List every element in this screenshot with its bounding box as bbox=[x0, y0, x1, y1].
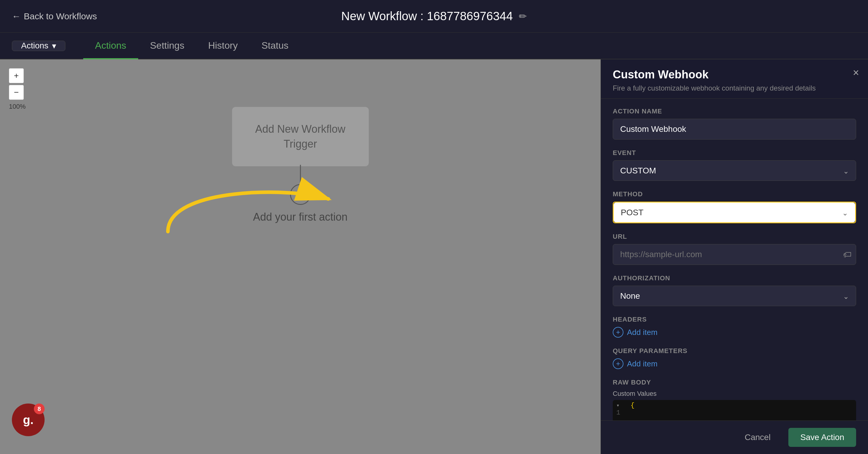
event-select[interactable]: CUSTOM CONTACT_CREATED CONTACT_UPDATED bbox=[613, 160, 856, 181]
back-arrow-icon: ← bbox=[12, 11, 21, 21]
tab-actions[interactable]: Actions bbox=[83, 33, 138, 59]
expand-arrow-1: ▾ bbox=[616, 402, 620, 409]
authorization-select-wrapper: None Basic Auth Bearer Token bbox=[613, 286, 856, 306]
right-panel: Custom Webhook Fire a fully customizable… bbox=[600, 59, 868, 454]
tab-settings[interactable]: Settings bbox=[138, 33, 196, 59]
avatar-initials: g. bbox=[23, 413, 34, 427]
method-select-wrapper: GET POST PUT PATCH DELETE bbox=[613, 202, 856, 223]
top-bar: ← Back to Workflows New Workflow : 16877… bbox=[0, 0, 868, 33]
action-name-field: ACTION NAME bbox=[613, 107, 856, 139]
avatar[interactable]: g. 8 bbox=[12, 403, 44, 436]
raw-body-label: RAW BODY bbox=[613, 379, 856, 386]
headers-add-icon: + bbox=[613, 327, 623, 337]
query-params-field: QUERY PARAMETERS + Add item bbox=[613, 347, 856, 369]
zoom-level: 100% bbox=[9, 103, 26, 110]
raw-body-field: RAW BODY Custom Values ▾ 1 { 2 "id": "{{… bbox=[613, 379, 856, 420]
tab-history[interactable]: History bbox=[196, 33, 250, 59]
code-editor[interactable]: ▾ 1 { 2 "id": "{{contact.id}}", 3 bbox=[613, 400, 856, 420]
workflow-canvas: + − 100% Add New WorkflowTrigger + Add y… bbox=[0, 59, 600, 454]
zoom-out-button[interactable]: − bbox=[9, 85, 24, 100]
method-select[interactable]: GET POST PUT PATCH DELETE bbox=[614, 202, 855, 222]
add-action-button[interactable]: + bbox=[290, 184, 311, 205]
code-line-1: ▾ 1 { bbox=[613, 400, 856, 418]
close-button[interactable]: × bbox=[853, 66, 859, 79]
panel-subtitle: Fire a fully customizable webhook contai… bbox=[613, 84, 856, 92]
query-params-label: QUERY PARAMETERS bbox=[613, 347, 856, 355]
action-name-label: ACTION NAME bbox=[613, 107, 856, 115]
method-field: METHOD GET POST PUT PATCH DELETE bbox=[613, 190, 856, 223]
tab-status[interactable]: Status bbox=[250, 33, 301, 59]
url-input[interactable] bbox=[613, 244, 856, 265]
action-name-input[interactable] bbox=[613, 119, 856, 139]
authorization-label: AUTHORIZATION bbox=[613, 274, 856, 282]
custom-values-label: Custom Values bbox=[613, 390, 856, 397]
event-label: EVENT bbox=[613, 149, 856, 157]
panel-footer: Cancel Save Action bbox=[601, 420, 868, 454]
panel-header: Custom Webhook Fire a fully customizable… bbox=[601, 59, 868, 99]
cancel-button[interactable]: Cancel bbox=[734, 428, 781, 447]
authorization-select[interactable]: None Basic Auth Bearer Token bbox=[613, 286, 856, 306]
avatar-badge: 8 bbox=[34, 403, 44, 414]
trigger-box-label: Add New WorkflowTrigger bbox=[255, 122, 345, 152]
zoom-in-button[interactable]: + bbox=[9, 68, 24, 83]
url-field: URL 🏷 bbox=[613, 233, 856, 265]
panel-title: Custom Webhook bbox=[613, 68, 856, 81]
add-action-area: + Add your first action bbox=[253, 184, 347, 223]
main-area: + − 100% Add New WorkflowTrigger + Add y… bbox=[0, 59, 868, 454]
headers-field: HEADERS + Add item bbox=[613, 316, 856, 337]
headers-label: HEADERS bbox=[613, 316, 856, 323]
headers-add-button[interactable]: + Add item bbox=[613, 327, 658, 337]
trigger-box[interactable]: Add New WorkflowTrigger bbox=[232, 107, 369, 166]
query-params-add-icon: + bbox=[613, 358, 623, 369]
url-label: URL bbox=[613, 233, 856, 240]
tabs-bar: Actions ▾ Actions Settings History Statu… bbox=[0, 33, 868, 59]
save-action-button[interactable]: Save Action bbox=[788, 428, 856, 447]
panel-content: ACTION NAME EVENT CUSTOM CONTACT_CREATED… bbox=[601, 99, 868, 420]
authorization-field: AUTHORIZATION None Basic Auth Bearer Tok… bbox=[613, 274, 856, 306]
url-input-wrapper: 🏷 bbox=[613, 244, 856, 265]
tag-icon: 🏷 bbox=[843, 250, 851, 260]
code-line-2: 2 "id": "{{contact.id}}", bbox=[613, 418, 856, 420]
edit-icon[interactable]: ✏ bbox=[519, 11, 527, 22]
workflow-title: New Workflow : 1687786976344 ✏ bbox=[341, 9, 527, 23]
add-action-label: Add your first action bbox=[253, 211, 347, 223]
back-button[interactable]: ← Back to Workflows bbox=[12, 11, 97, 21]
chevron-down-icon: ▾ bbox=[52, 41, 56, 51]
actions-dropdown[interactable]: Actions ▾ bbox=[12, 41, 65, 51]
back-label: Back to Workflows bbox=[24, 11, 97, 21]
event-select-wrapper: CUSTOM CONTACT_CREATED CONTACT_UPDATED bbox=[613, 160, 856, 181]
method-label: METHOD bbox=[613, 190, 856, 198]
event-field: EVENT CUSTOM CONTACT_CREATED CONTACT_UPD… bbox=[613, 149, 856, 181]
canvas-controls: + − 100% bbox=[9, 68, 26, 110]
query-params-add-button[interactable]: + Add item bbox=[613, 358, 658, 369]
